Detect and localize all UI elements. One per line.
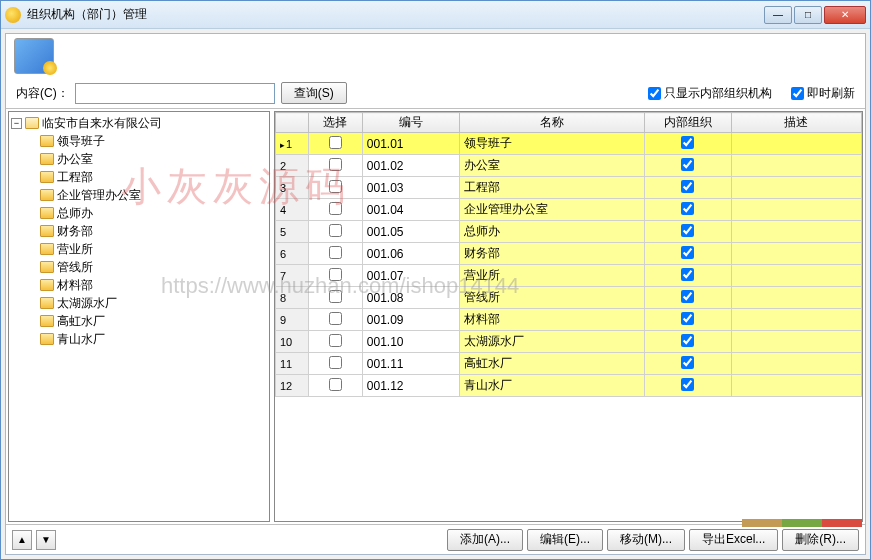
cell-code[interactable]: 001.06 xyxy=(362,243,460,265)
cell-desc[interactable] xyxy=(731,287,861,309)
move-button[interactable]: 移动(M)... xyxy=(607,529,685,551)
tree-collapse-icon[interactable]: − xyxy=(11,118,22,129)
table-row[interactable]: 10001.10太湖源水厂 xyxy=(276,331,862,353)
cell-name[interactable]: 管线所 xyxy=(460,287,644,309)
row-select-checkbox[interactable] xyxy=(329,224,342,237)
tree-item[interactable]: 财务部 xyxy=(11,222,267,240)
refresh-checkbox-label[interactable]: 即时刷新 xyxy=(791,85,855,102)
cell-select[interactable] xyxy=(308,287,362,309)
cell-desc[interactable] xyxy=(731,133,861,155)
cell-select[interactable] xyxy=(308,265,362,287)
tree-item[interactable]: 营业所 xyxy=(11,240,267,258)
query-button[interactable]: 查询(S) xyxy=(281,82,347,104)
cell-code[interactable]: 001.11 xyxy=(362,353,460,375)
cell-code[interactable]: 001.03 xyxy=(362,177,460,199)
cell-name[interactable]: 材料部 xyxy=(460,309,644,331)
row-header[interactable]: 1 xyxy=(276,133,309,155)
cell-desc[interactable] xyxy=(731,375,861,397)
cell-name[interactable]: 企业管理办公室 xyxy=(460,199,644,221)
table-row[interactable]: 8001.08管线所 xyxy=(276,287,862,309)
cell-internal[interactable] xyxy=(644,177,731,199)
cell-select[interactable] xyxy=(308,375,362,397)
internal-checkbox[interactable] xyxy=(681,224,694,237)
cell-desc[interactable] xyxy=(731,243,861,265)
tree-item[interactable]: 办公室 xyxy=(11,150,267,168)
cell-select[interactable] xyxy=(308,221,362,243)
cell-name[interactable]: 工程部 xyxy=(460,177,644,199)
export-excel-button[interactable]: 导出Excel... xyxy=(689,529,778,551)
cell-desc[interactable] xyxy=(731,199,861,221)
table-row[interactable]: 5001.05总师办 xyxy=(276,221,862,243)
close-button[interactable]: ✕ xyxy=(824,6,866,24)
cell-desc[interactable] xyxy=(731,177,861,199)
internal-checkbox[interactable] xyxy=(681,312,694,325)
cell-internal[interactable] xyxy=(644,265,731,287)
table-row[interactable]: 11001.11高虹水厂 xyxy=(276,353,862,375)
cell-name[interactable]: 总师办 xyxy=(460,221,644,243)
row-select-checkbox[interactable] xyxy=(329,378,342,391)
row-header[interactable]: 7 xyxy=(276,265,309,287)
cell-name[interactable]: 营业所 xyxy=(460,265,644,287)
row-header[interactable]: 10 xyxy=(276,331,309,353)
table-row[interactable]: 9001.09材料部 xyxy=(276,309,862,331)
cell-desc[interactable] xyxy=(731,331,861,353)
cell-internal[interactable] xyxy=(644,199,731,221)
row-select-checkbox[interactable] xyxy=(329,202,342,215)
tree-item[interactable]: 材料部 xyxy=(11,276,267,294)
tree-item[interactable]: 管线所 xyxy=(11,258,267,276)
cell-desc[interactable] xyxy=(731,265,861,287)
cell-code[interactable]: 001.02 xyxy=(362,155,460,177)
internal-checkbox[interactable] xyxy=(681,246,694,259)
table-row[interactable]: 3001.03工程部 xyxy=(276,177,862,199)
row-header[interactable]: 6 xyxy=(276,243,309,265)
minimize-button[interactable]: — xyxy=(764,6,792,24)
tree-item[interactable]: 工程部 xyxy=(11,168,267,186)
cell-select[interactable] xyxy=(308,199,362,221)
row-select-checkbox[interactable] xyxy=(329,290,342,303)
delete-button[interactable]: 删除(R)... xyxy=(782,529,859,551)
row-select-checkbox[interactable] xyxy=(329,246,342,259)
internal-checkbox[interactable] xyxy=(681,290,694,303)
cell-name[interactable]: 领导班子 xyxy=(460,133,644,155)
cell-internal[interactable] xyxy=(644,243,731,265)
cell-internal[interactable] xyxy=(644,133,731,155)
cell-code[interactable]: 001.04 xyxy=(362,199,460,221)
cell-select[interactable] xyxy=(308,155,362,177)
refresh-checkbox[interactable] xyxy=(791,87,804,100)
content-input[interactable] xyxy=(75,83,275,104)
row-header[interactable]: 8 xyxy=(276,287,309,309)
cell-internal[interactable] xyxy=(644,331,731,353)
cell-name[interactable]: 青山水厂 xyxy=(460,375,644,397)
cell-select[interactable] xyxy=(308,243,362,265)
cell-name[interactable]: 高虹水厂 xyxy=(460,353,644,375)
row-select-checkbox[interactable] xyxy=(329,334,342,347)
row-header[interactable]: 3 xyxy=(276,177,309,199)
table-row[interactable]: 2001.02办公室 xyxy=(276,155,862,177)
row-header[interactable]: 12 xyxy=(276,375,309,397)
cell-select[interactable] xyxy=(308,331,362,353)
internal-checkbox[interactable] xyxy=(681,378,694,391)
internal-checkbox[interactable] xyxy=(681,334,694,347)
cell-code[interactable]: 001.10 xyxy=(362,331,460,353)
cell-code[interactable]: 001.05 xyxy=(362,221,460,243)
row-header[interactable]: 9 xyxy=(276,309,309,331)
data-grid[interactable]: 选择 编号 名称 内部组织 描述 1001.01领导班子2001.02办公室30… xyxy=(275,112,862,397)
cell-code[interactable]: 001.01 xyxy=(362,133,460,155)
internal-checkbox[interactable] xyxy=(681,136,694,149)
cell-internal[interactable] xyxy=(644,375,731,397)
cell-internal[interactable] xyxy=(644,287,731,309)
tree-item[interactable]: 企业管理办公室 xyxy=(11,186,267,204)
row-select-checkbox[interactable] xyxy=(329,268,342,281)
cell-desc[interactable] xyxy=(731,353,861,375)
row-select-checkbox[interactable] xyxy=(329,356,342,369)
cell-select[interactable] xyxy=(308,133,362,155)
internal-checkbox[interactable] xyxy=(681,356,694,369)
nav-up-button[interactable]: ▲ xyxy=(12,530,32,550)
tree-item[interactable]: 青山水厂 xyxy=(11,330,267,348)
cell-code[interactable]: 001.12 xyxy=(362,375,460,397)
cell-select[interactable] xyxy=(308,309,362,331)
internal-checkbox[interactable] xyxy=(681,268,694,281)
internal-checkbox[interactable] xyxy=(681,202,694,215)
tree-root[interactable]: − 临安市自来水有限公司 xyxy=(11,114,267,132)
tree-item[interactable]: 领导班子 xyxy=(11,132,267,150)
